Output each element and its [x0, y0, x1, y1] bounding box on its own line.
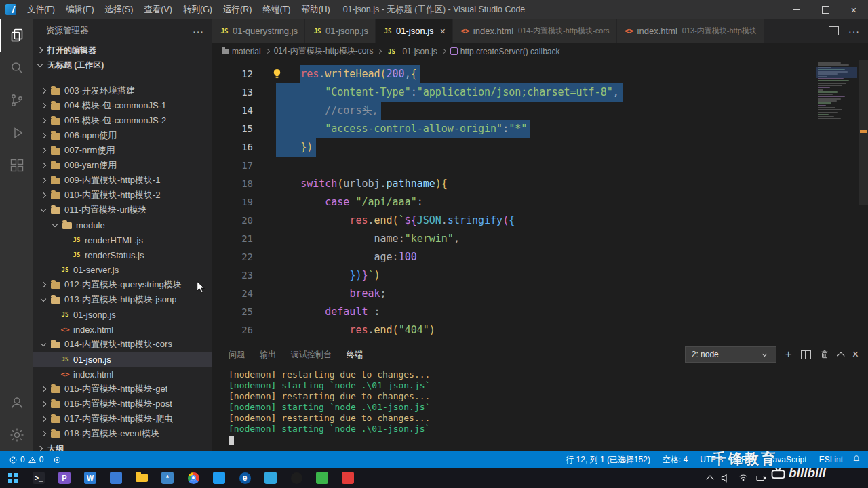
minimize-button[interactable]	[783, 0, 811, 19]
kill-terminal-icon[interactable]	[820, 350, 829, 359]
code-editor[interactable]: 12 res.writeHead(200,{13 "Content-Type":…	[212, 60, 868, 344]
new-terminal-icon[interactable]: +	[785, 348, 792, 361]
network-wifi-icon[interactable]	[738, 474, 748, 482]
chrome-taskbar-icon[interactable]	[180, 468, 206, 488]
open-editors-section[interactable]: 打开的编辑器	[33, 43, 212, 58]
edge-taskbar-icon[interactable]: e	[232, 468, 258, 488]
editor-more-actions-icon[interactable]: ···	[848, 26, 860, 37]
tree-item[interactable]: <>index.html	[33, 322, 212, 337]
tree-item[interactable]: module	[33, 218, 212, 232]
settings-gear-icon[interactable]	[0, 419, 33, 451]
status-item[interactable]: ESLint	[813, 455, 849, 464]
app-chat-taskbar-icon[interactable]	[258, 468, 283, 488]
tree-item[interactable]: 009-内置模块-http模块-1	[33, 173, 212, 188]
app-red-taskbar-icon[interactable]	[335, 468, 361, 488]
menu-item[interactable]: 选择(S)	[100, 0, 139, 19]
tree-item[interactable]: 011-内置模块-url模块	[33, 203, 212, 218]
tab-close-icon[interactable]: ×	[440, 26, 446, 37]
code-line[interactable]: 14 //cors头,	[212, 102, 868, 120]
search-icon[interactable]	[0, 52, 33, 84]
volume-icon[interactable]	[721, 474, 730, 483]
app-blue-doc-taskbar-icon[interactable]	[103, 468, 129, 488]
menu-item[interactable]: 运行(R)	[218, 0, 257, 19]
tree-item[interactable]: JS01-server.js	[33, 262, 212, 277]
code-line[interactable]: 15 "access-control-allow-origin":"*"	[212, 120, 868, 138]
app-asterisk-taskbar-icon[interactable]: *	[155, 468, 180, 488]
word-taskbar-icon[interactable]: W	[77, 468, 103, 488]
source-control-icon[interactable]	[0, 84, 33, 117]
code-line[interactable]: 12 res.writeHead(200,{	[212, 65, 868, 83]
status-item[interactable]: 行 12, 列 1 (已选择152)	[559, 454, 656, 466]
code-line[interactable]: 20 res.end(`${JSON.stringify({	[212, 211, 868, 230]
windows-start-taskbar-icon[interactable]	[0, 468, 26, 488]
problems-indicator[interactable]: 0 0	[5, 455, 47, 464]
panel-tab[interactable]: 终端	[347, 346, 363, 363]
explorer-icon[interactable]	[0, 19, 33, 52]
terminal-picker-dropdown[interactable]: 2: node	[685, 346, 776, 363]
lightbulb-icon[interactable]	[272, 68, 283, 79]
tree-item[interactable]: JSrenderHTML.js	[33, 232, 212, 247]
menu-item[interactable]: 帮助(H)	[296, 0, 335, 19]
app-green-taskbar-icon[interactable]	[309, 468, 335, 488]
close-button[interactable]: ×	[840, 0, 868, 19]
breadcrumb-item[interactable]: JS01-json.js	[386, 47, 437, 56]
code-line[interactable]: 25 default :	[212, 303, 868, 321]
code-line[interactable]: 23 })}`)	[212, 266, 868, 285]
tree-item[interactable]: 004-模块-包-commonJS-1	[33, 98, 212, 113]
tree-item[interactable]: 015-内置模块-http模块-get	[33, 382, 212, 396]
menu-item[interactable]: 终端(T)	[257, 0, 296, 19]
code-line[interactable]: 21 name:"kerwin",	[212, 230, 868, 248]
tree-item[interactable]: 014-内置模块-http模块-cors	[33, 337, 212, 352]
tree-item[interactable]: 005-模块-包-commonJS-2	[33, 113, 212, 128]
extensions-icon[interactable]	[0, 149, 33, 182]
code-line[interactable]: 22 age:100	[212, 248, 868, 266]
tree-item[interactable]: JS01-jsonp.js	[33, 307, 212, 322]
split-terminal-icon[interactable]	[801, 350, 811, 359]
status-item[interactable]: 空格: 4	[656, 454, 694, 466]
split-editor-icon[interactable]	[829, 26, 839, 35]
menu-item[interactable]: 查看(V)	[138, 0, 178, 19]
tree-item[interactable]: 008-yarn使用	[33, 158, 212, 173]
code-line[interactable]: 19 case "/api/aaa":	[212, 193, 868, 211]
terminal-output[interactable]: [nodemon] restarting due to changes...[n…	[212, 365, 868, 445]
status-extra-icon[interactable]	[50, 455, 65, 464]
app-p-taskbar-icon[interactable]: P	[52, 468, 77, 488]
maximize-button[interactable]	[811, 0, 840, 19]
code-line[interactable]: 13 "Content-Type":"application/json;char…	[212, 83, 868, 102]
qq-taskbar-icon[interactable]	[283, 468, 309, 488]
panel-tab[interactable]: 问题	[229, 346, 245, 363]
tree-item[interactable]: <>index.html	[33, 367, 212, 382]
minimap[interactable]	[818, 62, 856, 119]
run-debug-icon[interactable]	[0, 117, 33, 149]
editor-tab[interactable]: JS01-jsonp.js	[305, 19, 375, 43]
terminal-app-taskbar-icon[interactable]: >_	[26, 468, 52, 488]
outline-section[interactable]: 大纲	[33, 441, 212, 451]
more-actions-icon[interactable]: ···	[193, 26, 204, 37]
tree-item[interactable]: 003-开发环境搭建	[33, 83, 212, 98]
tree-item[interactable]: JS01-json.js	[33, 352, 212, 367]
tree-item[interactable]: 016-内置模块-http模块-post	[33, 396, 212, 411]
panel-tab[interactable]: 调试控制台	[291, 346, 332, 363]
close-panel-icon[interactable]: ×	[852, 348, 859, 361]
file-explorer-taskbar-icon[interactable]	[129, 468, 155, 488]
editor-tab[interactable]: JS01-querystring.js	[212, 19, 304, 43]
notifications-bell-icon[interactable]	[849, 455, 868, 464]
panel-tab[interactable]: 输出	[260, 346, 276, 363]
tray-chevron-up-icon[interactable]	[706, 475, 713, 483]
tree-item[interactable]: 018-内置模块-event模块	[33, 426, 212, 441]
code-line[interactable]: 16 })	[212, 138, 868, 157]
menu-item[interactable]: 转到(G)	[178, 0, 218, 19]
code-line[interactable]: 24 break;	[212, 285, 868, 303]
breadcrumb-item[interactable]: material	[222, 47, 261, 56]
vscode-taskbar-icon[interactable]	[206, 468, 232, 488]
code-line[interactable]: 17	[212, 157, 868, 175]
tree-item[interactable]: 006-npm使用	[33, 128, 212, 143]
terminal-prompt[interactable]	[229, 434, 868, 445]
account-icon[interactable]	[0, 386, 33, 419]
tree-item[interactable]: 007-nrm使用	[33, 143, 212, 158]
battery-icon[interactable]	[756, 474, 766, 482]
menu-item[interactable]: 文件(F)	[22, 0, 60, 19]
workspace-section[interactable]: 无标题 (工作区)	[33, 58, 212, 73]
editor-tab[interactable]: JS01-json.js×	[376, 19, 452, 43]
tree-item[interactable]: 013-内置模块-http模块-jsonp	[33, 292, 212, 307]
